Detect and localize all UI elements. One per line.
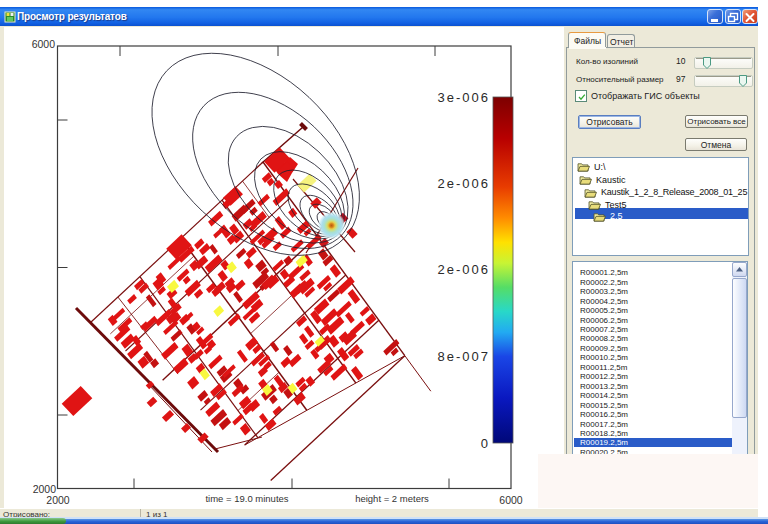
svg-text:0: 0	[481, 436, 490, 451]
svg-text:6000: 6000	[32, 38, 56, 50]
svg-text:8e-007: 8e-007	[438, 349, 490, 364]
svg-text:2e-006: 2e-006	[438, 262, 490, 277]
svg-text:2000: 2000	[46, 494, 70, 506]
svg-text:2e-006: 2e-006	[438, 176, 490, 191]
svg-text:6000: 6000	[499, 494, 523, 506]
svg-text:time = 19.0 minutes: time = 19.0 minutes	[205, 493, 288, 504]
svg-text:height = 2 meters: height = 2 meters	[355, 493, 429, 504]
svg-text:3e-006: 3e-006	[438, 90, 490, 105]
